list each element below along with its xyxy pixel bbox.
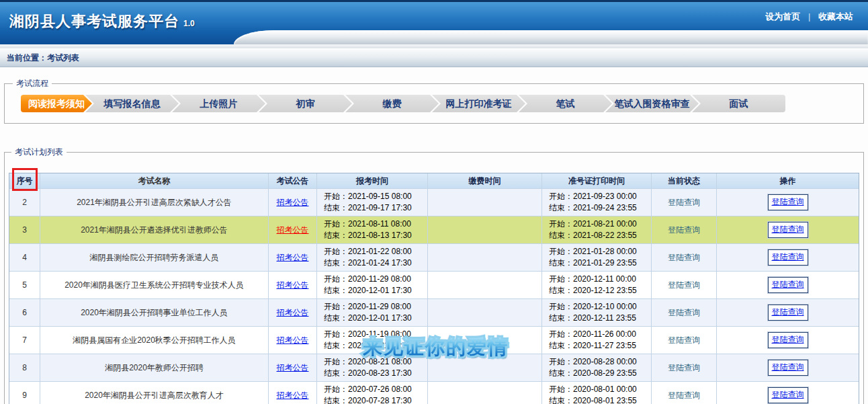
pay-time-cell xyxy=(428,299,542,326)
exam-name-cell: 湘阴县2020年教师公开招聘 xyxy=(40,354,269,381)
flow-step-8[interactable]: 笔试入围资格审查 xyxy=(605,95,699,112)
row-number-cell: 2 xyxy=(9,189,40,216)
print-time-cell: 开始：2021-08-21 00:00结束：2021-08-22 23:55 xyxy=(542,216,652,243)
login-query-button[interactable]: 登陆查询 xyxy=(768,305,808,321)
status-text: 登陆查询 xyxy=(668,362,700,374)
exam-plan-legend: 考试计划列表 xyxy=(11,147,67,158)
operation-cell: 登陆查询 xyxy=(717,299,859,326)
site-title: 湘阴县人事考试服务平台 xyxy=(9,11,179,32)
status-cell: 登陆查询 xyxy=(652,244,717,271)
bookmark-site-link[interactable]: 收藏本站 xyxy=(818,11,853,22)
exam-name-cell: 2020年湘阴县医疗卫生系统公开招聘专业技术人员 xyxy=(40,272,269,298)
pay-time-cell xyxy=(428,382,542,404)
flow-step-5[interactable]: 缴费 xyxy=(345,95,439,112)
notice-link[interactable]: 招考公告 xyxy=(277,390,309,401)
exam-flow-legend: 考试流程 xyxy=(13,78,52,89)
exam-name-cell: 2020年湘阴县公开引进高层次教育人才 xyxy=(40,382,269,404)
notice-cell: 招考公告 xyxy=(269,189,317,216)
notice-cell: 招考公告 xyxy=(269,382,317,404)
login-query-link[interactable]: 登陆查询 xyxy=(772,335,804,344)
apply-time-cell: 开始：2021-08-11 08:00结束：2021-08-13 17:30 xyxy=(317,216,428,243)
operation-cell: 登陆查询 xyxy=(717,272,859,298)
column-header-8: 操作 xyxy=(717,173,859,188)
status-text: 登陆查询 xyxy=(668,225,700,236)
breadcrumb: 当前位置：考试列表 xyxy=(7,52,79,64)
status-text: 登陆查询 xyxy=(668,307,700,319)
flow-step-3[interactable]: 上传照片 xyxy=(172,95,265,112)
apply-time-cell: 开始：2020-07-26 08:00结束：2020-07-28 17:30 xyxy=(317,382,428,404)
print-time-cell: 开始：2020-08-28 00:00结束：2020-08-29 23:55 xyxy=(542,354,652,381)
row-number-cell: 4 xyxy=(9,244,40,271)
exam-name-cell: 2021年湘阴县公开引进高层次紧缺人才公告 xyxy=(40,189,269,216)
login-query-button[interactable]: 登陆查询 xyxy=(768,249,808,266)
column-header-1: 序号 xyxy=(9,173,40,188)
status-cell: 登陆查询 xyxy=(652,272,717,298)
exam-name-cell: 湘阴县测绘院公开招聘劳务派遣人员 xyxy=(40,244,269,271)
status-text: 登陆查询 xyxy=(668,390,700,401)
table-row: 52020年湘阴县医疗卫生系统公开招聘专业技术人员招考公告开始：2020-11-… xyxy=(9,271,859,298)
status-cell: 登陆查询 xyxy=(652,354,717,381)
print-time-cell: 开始：2021-01-28 00:00结束：2021-01-29 23:55 xyxy=(542,244,652,271)
login-query-link[interactable]: 登陆查询 xyxy=(772,390,804,399)
login-query-button[interactable]: 登陆查询 xyxy=(768,277,808,293)
row-number-cell: 3 xyxy=(9,216,40,243)
login-query-button[interactable]: 登陆查询 xyxy=(768,194,808,210)
apply-time-cell: 开始：2020-11-29 08:00结束：2020-12-01 17:30 xyxy=(317,299,428,326)
exam-name-cell: 湘阴县属国有企业2020秋季公开招聘工作人员 xyxy=(40,327,269,354)
notice-link[interactable]: 招考公告 xyxy=(277,335,309,346)
status-text: 登陆查询 xyxy=(668,280,700,291)
flow-step-9[interactable]: 面试 xyxy=(692,95,785,112)
login-query-button[interactable]: 登陆查询 xyxy=(768,387,808,403)
notice-link[interactable]: 招考公告 xyxy=(277,280,309,291)
login-query-link[interactable]: 登陆查询 xyxy=(772,225,804,234)
column-header-2: 考试名称 xyxy=(40,173,269,188)
flow-step-1[interactable]: 阅读报考须知 xyxy=(21,95,92,112)
notice-link[interactable]: 招考公告 xyxy=(277,362,309,374)
status-text: 登陆查询 xyxy=(668,335,700,346)
notice-link[interactable]: 招考公告 xyxy=(277,307,309,319)
flow-step-4[interactable]: 初审 xyxy=(259,95,352,112)
row-number-cell: 5 xyxy=(9,272,40,298)
operation-cell: 登陆查询 xyxy=(717,382,859,404)
flow-step-6[interactable]: 网上打印准考证 xyxy=(432,95,525,112)
login-query-button[interactable]: 登陆查询 xyxy=(768,360,808,376)
login-query-link[interactable]: 登陆查询 xyxy=(772,362,804,372)
table-row: 62020年湘阴县公开招聘事业单位工作人员招考公告开始：2020-11-29 0… xyxy=(9,298,859,326)
apply-time-cell: 开始：2021-09-15 08:00结束：2021-09-17 17:30 xyxy=(317,189,428,216)
table-row: 32021年湘阴县公开遴选择优引进教师公告招考公告开始：2021-08-11 0… xyxy=(9,216,859,243)
login-query-button[interactable]: 登陆查询 xyxy=(768,332,808,348)
top-banner: 湘阴县人事考试服务平台 1.0 设为首页 | 收藏本站 xyxy=(0,0,868,44)
row-number-cell: 9 xyxy=(9,382,40,404)
flow-step-2[interactable]: 填写报名信息 xyxy=(85,95,179,112)
status-cell: 登陆查询 xyxy=(652,216,717,243)
apply-time-cell: 开始：2020-11-29 08:00结束：2020-12-01 17:30 xyxy=(317,272,428,298)
notice-link[interactable]: 招考公告 xyxy=(277,225,309,236)
watermark-fill: 来见证你的爱情 xyxy=(363,334,509,361)
notice-cell: 招考公告 xyxy=(269,216,317,243)
status-text: 登陆查询 xyxy=(668,252,700,264)
login-query-link[interactable]: 登陆查询 xyxy=(772,252,804,261)
operation-cell: 登陆查询 xyxy=(717,354,859,381)
table-row: 92020年湘阴县公开引进高层次教育人才招考公告开始：2020-07-26 08… xyxy=(9,381,859,404)
table-row: 22021年湘阴县公开引进高层次紧缺人才公告招考公告开始：2021-09-15 … xyxy=(9,188,859,216)
login-query-link[interactable]: 登陆查询 xyxy=(772,197,804,206)
flow-step-7[interactable]: 笔试 xyxy=(519,95,612,112)
status-text: 登陆查询 xyxy=(668,197,700,208)
status-cell: 登陆查询 xyxy=(652,382,717,404)
top-links-separator: | xyxy=(808,11,810,22)
login-query-link[interactable]: 登陆查询 xyxy=(772,280,804,289)
operation-cell: 登陆查询 xyxy=(717,244,859,271)
login-query-link[interactable]: 登陆查询 xyxy=(772,307,804,317)
breadcrumb-bar: 当前位置：考试列表 xyxy=(0,48,868,67)
row-number-cell: 6 xyxy=(9,299,40,326)
column-header-5: 缴费时间 xyxy=(428,173,542,188)
banner-swoosh-decoration xyxy=(234,30,868,44)
notice-link[interactable]: 招考公告 xyxy=(277,197,309,208)
notice-cell: 招考公告 xyxy=(269,244,317,271)
login-query-button[interactable]: 登陆查询 xyxy=(768,222,808,238)
set-homepage-link[interactable]: 设为首页 xyxy=(765,11,800,22)
notice-link[interactable]: 招考公告 xyxy=(277,252,309,264)
column-header-4: 报考时间 xyxy=(317,173,428,188)
exam-flow-panel: 考试流程 阅读报考须知填写报名信息上传照片初审缴费网上打印准考证笔试笔试入围资格… xyxy=(4,78,864,124)
print-time-cell: 开始：2020-11-26 00:00结束：2020-11-27 23:55 xyxy=(542,327,652,354)
